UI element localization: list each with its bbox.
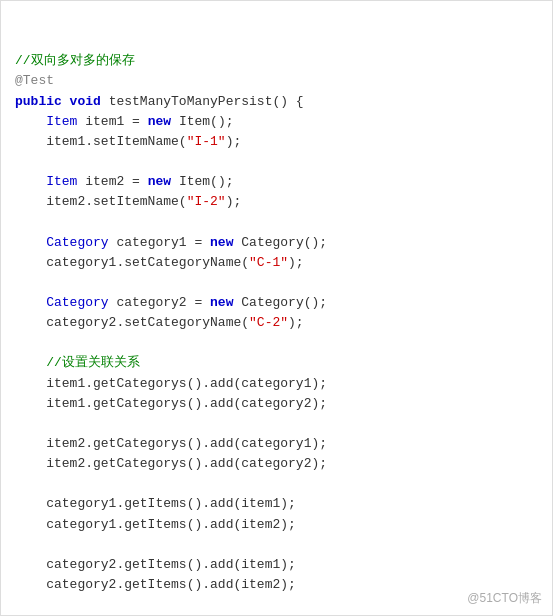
code-token: ); — [288, 315, 304, 330]
code-line — [15, 535, 538, 555]
code-token: Item(); — [179, 174, 234, 189]
code-token: Category(); — [241, 295, 327, 310]
code-line: item1.getCategorys().add(category2); — [15, 394, 538, 414]
code-token — [15, 235, 46, 250]
code-token: new — [148, 174, 179, 189]
code-line — [15, 414, 538, 434]
code-token: new — [148, 114, 179, 129]
code-token: category1 = — [109, 235, 210, 250]
code-token: item1.setItemName( — [15, 134, 187, 149]
code-token: ); — [226, 134, 242, 149]
code-token — [15, 295, 46, 310]
code-line: category1.getItems().add(item2); — [15, 515, 538, 535]
code-token: ); — [288, 255, 304, 270]
code-token: Item — [46, 114, 77, 129]
code-token: ); — [226, 194, 242, 209]
code-token: //设置关联关系 — [15, 355, 140, 370]
code-line: category1.setCategoryName("C-1"); — [15, 253, 538, 273]
code-token — [15, 174, 46, 189]
code-line: item2.getCategorys().add(category1); — [15, 434, 538, 454]
code-line — [15, 595, 538, 615]
code-token: item2 = — [77, 174, 147, 189]
code-line: Item item1 = new Item(); — [15, 112, 538, 132]
code-line: public void testManyToManyPersist() { — [15, 92, 538, 112]
code-line: //设置关联关系 — [15, 353, 538, 373]
code-line: category2.getItems().add(item2); — [15, 575, 538, 595]
code-line: Category category2 = new Category(); — [15, 293, 538, 313]
code-token: "I-1" — [187, 134, 226, 149]
code-token: @Test — [15, 73, 54, 88]
code-token: Item — [46, 174, 77, 189]
code-token: public — [15, 94, 70, 109]
code-line: Item item2 = new Item(); — [15, 172, 538, 192]
code-line: category2.setCategoryName("C-2"); — [15, 313, 538, 333]
watermark: @51CTO博客 — [467, 590, 542, 607]
code-token: category2.getItems().add(item1); — [15, 557, 296, 572]
code-line: item2.setItemName("I-2"); — [15, 192, 538, 212]
code-token: category2.setCategoryName( — [15, 315, 249, 330]
code-token: item1.getCategorys().add(category2); — [15, 396, 327, 411]
code-line — [15, 333, 538, 353]
code-line: item2.getCategorys().add(category2); — [15, 454, 538, 474]
code-token: void — [70, 94, 109, 109]
code-token: category2.getItems().add(item2); — [15, 577, 296, 592]
code-line: category1.getItems().add(item1); — [15, 494, 538, 514]
code-line — [15, 212, 538, 232]
code-line: item1.getCategorys().add(category1); — [15, 374, 538, 394]
code-line — [15, 152, 538, 172]
code-token: Category(); — [241, 235, 327, 250]
code-token: new — [210, 295, 241, 310]
code-token: item2.getCategorys().add(category1); — [15, 436, 327, 451]
code-token: category2 = — [109, 295, 210, 310]
code-token: category1.setCategoryName( — [15, 255, 249, 270]
code-token: category1.getItems().add(item1); — [15, 496, 296, 511]
code-token: "C-2" — [249, 315, 288, 330]
code-line — [15, 474, 538, 494]
code-token: //双向多对多的保存 — [15, 53, 135, 68]
code-token: "C-1" — [249, 255, 288, 270]
code-token: item2.getCategorys().add(category2); — [15, 456, 327, 471]
code-token: new — [210, 235, 241, 250]
code-line — [15, 273, 538, 293]
code-token: category1.getItems().add(item2); — [15, 517, 296, 532]
code-token: Category — [46, 235, 108, 250]
code-token: Item(); — [179, 114, 234, 129]
code-line: item1.setItemName("I-1"); — [15, 132, 538, 152]
code-block: //双向多对多的保存@Testpublic void testManyToMan… — [1, 1, 552, 616]
code-token: item1 = — [77, 114, 147, 129]
code-token: item2.setItemName( — [15, 194, 187, 209]
code-token: testManyToManyPersist() { — [109, 94, 304, 109]
code-line: category2.getItems().add(item1); — [15, 555, 538, 575]
code-container: //双向多对多的保存@Testpublic void testManyToMan… — [0, 0, 553, 616]
code-token: item1.getCategorys().add(category1); — [15, 376, 327, 391]
code-token: Category — [46, 295, 108, 310]
code-line: @Test — [15, 71, 538, 91]
code-line: Category category1 = new Category(); — [15, 233, 538, 253]
code-token: "I-2" — [187, 194, 226, 209]
code-line: //双向多对多的保存 — [15, 51, 538, 71]
code-token — [15, 114, 46, 129]
